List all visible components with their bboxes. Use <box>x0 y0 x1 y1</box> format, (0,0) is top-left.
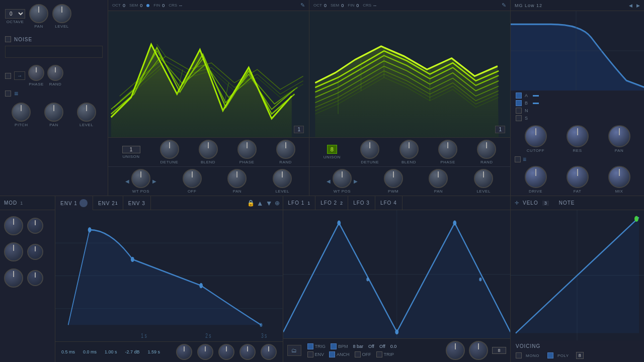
lfo-knob1[interactable] <box>446 341 465 360</box>
noise-bar <box>5 46 103 58</box>
osc2-edit-icon[interactable]: ✎ <box>502 2 506 9</box>
osc2-blend-knob[interactable] <box>399 140 419 159</box>
filter-arrow-next[interactable]: ▶ <box>636 3 640 8</box>
velo-graph-svg <box>511 210 644 340</box>
osc1-wt-right-arrow[interactable]: ▶ <box>152 178 156 184</box>
lfo-trip-checkbox[interactable] <box>376 351 382 357</box>
voicing-poly-checkbox[interactable] <box>547 352 553 358</box>
env1-knob4[interactable] <box>239 344 256 360</box>
eq-checkbox[interactable] <box>5 90 11 97</box>
filter-a-checkbox[interactable] <box>516 93 522 99</box>
level-label2: LEVEL <box>79 123 93 127</box>
filter-res-knob[interactable] <box>567 125 589 147</box>
osc2-pan2-knob[interactable] <box>429 169 448 188</box>
filter-arrow-prev[interactable]: ◀ <box>629 3 632 8</box>
lfo-bpm-checkbox[interactable] <box>331 343 337 349</box>
env-scroll-up[interactable]: ▲ <box>257 199 264 207</box>
osc1-unison-select[interactable]: 1 <box>122 146 140 153</box>
osc2-unison-display[interactable]: 8 <box>327 145 337 154</box>
filter-drive-knob[interactable] <box>525 166 547 188</box>
noise-checkbox[interactable] <box>5 36 11 42</box>
osc1-wtpos-knob-group: WT POS <box>131 169 150 194</box>
osc1-blend-knob[interactable] <box>199 140 218 159</box>
level-knob-group: LEVEL <box>52 4 71 29</box>
filter-pan-knob[interactable] <box>608 125 630 147</box>
env1-decay-val: 0.0 ms <box>83 349 97 354</box>
lfo-trig-checkbox[interactable] <box>307 343 313 349</box>
osc1-detune-knob[interactable] <box>160 140 179 159</box>
octave-select[interactable]: 0 <box>5 9 25 19</box>
osc1-off-knob[interactable] <box>183 169 202 188</box>
voicing-poly-num[interactable]: 8 <box>576 352 584 359</box>
env1-knob5[interactable] <box>261 344 277 360</box>
lfo-env-label: ENV <box>315 352 325 357</box>
osc2-crs-group: CRS -- <box>363 3 376 8</box>
filter-s-checkbox[interactable] <box>516 115 522 121</box>
filter-n-checkbox[interactable] <box>516 108 522 114</box>
filter-fat-knob[interactable] <box>567 166 589 188</box>
rand-knob[interactable] <box>47 65 63 81</box>
level-knob2[interactable] <box>77 103 96 122</box>
osc2-detune-knob[interactable] <box>360 140 379 159</box>
osc1-waveform: 1 <box>108 11 309 137</box>
phase-checkbox[interactable] <box>5 73 11 79</box>
mod-knob1-sub[interactable] <box>27 218 43 234</box>
osc1-phase-knob[interactable] <box>237 140 257 159</box>
eq-row: ≡ <box>0 88 108 99</box>
osc1-wtpos-knob[interactable] <box>131 169 150 188</box>
osc1-rand-knob[interactable] <box>276 140 295 159</box>
osc2-wtpos-knob[interactable] <box>333 169 352 188</box>
pitch-knob[interactable] <box>12 103 31 122</box>
osc2-rand-knob[interactable] <box>477 140 496 159</box>
lfo3-label: LFO 3 <box>353 200 370 206</box>
env1-knob2[interactable] <box>197 344 213 360</box>
env1-knob1[interactable] <box>176 344 192 360</box>
lfo-off-checkbox[interactable] <box>355 351 361 357</box>
mod-knob3-sub[interactable] <box>27 270 43 286</box>
osc2-level2-group: LEVEL <box>474 169 493 194</box>
env2-tab[interactable]: ENV 2 1 <box>93 196 123 210</box>
osc2-level2-knob[interactable] <box>474 169 493 188</box>
lfo1-tab[interactable]: LFO 1 1 <box>283 196 316 210</box>
mod-knob3[interactable] <box>4 268 23 288</box>
mod-knob2[interactable] <box>4 242 23 261</box>
lfo2-tab[interactable]: LFO 2 2 <box>315 196 348 210</box>
mod-knob2-sub[interactable] <box>27 244 43 260</box>
osc2-wt-right-arrow[interactable]: ▶ <box>354 178 358 184</box>
lfo-anch-checkbox[interactable] <box>329 351 335 357</box>
osc1-edit-icon[interactable]: ✎ <box>300 2 305 9</box>
pan-knob[interactable] <box>29 4 48 23</box>
voicing-mono-checkbox[interactable] <box>516 352 522 358</box>
filter-mix-knob[interactable] <box>608 166 630 188</box>
lfo-knob2[interactable] <box>469 341 488 360</box>
filter-n-label: N <box>525 108 528 113</box>
lfo3-tab[interactable]: LFO 3 <box>348 196 375 210</box>
env-zoom-icon[interactable]: ⊕ <box>275 200 280 207</box>
osc2-phase-knob[interactable] <box>438 140 457 159</box>
pan-knob2[interactable] <box>44 103 63 122</box>
pan-label: PAN <box>34 24 43 29</box>
osc2-pwm-knob[interactable] <box>384 169 403 188</box>
osc2-knobs-row1: 8 UNISON DETUNE BLEND PHASE RAND <box>309 137 510 167</box>
env1-knob3[interactable] <box>218 344 234 360</box>
env-lock-icon[interactable]: 🔒 <box>247 200 255 207</box>
level-knob[interactable] <box>52 4 71 23</box>
filter-cutoff-knob[interactable] <box>525 125 547 147</box>
lfo-spinner[interactable]: 8 <box>492 347 506 354</box>
env1-tab[interactable]: ENV 1 <box>55 196 93 210</box>
env-scroll-down[interactable]: ▼ <box>266 199 273 207</box>
phase-knob[interactable] <box>28 65 44 81</box>
arrow-button[interactable]: → <box>14 71 25 80</box>
lfo-folder-icon[interactable]: 🗂 <box>287 345 301 356</box>
lfo4-tab[interactable]: LFO 4 <box>375 196 403 210</box>
osc2-wt-left-arrow[interactable]: ◀ <box>327 178 331 184</box>
lfo-env-checkbox[interactable] <box>307 351 313 357</box>
osc1-wt-left-arrow[interactable]: ◀ <box>125 178 129 184</box>
mod-knob1[interactable] <box>4 216 23 235</box>
osc1-level2-knob[interactable] <box>273 169 292 188</box>
env3-tab[interactable]: ENV 3 <box>123 196 151 210</box>
filter-b-checkbox[interactable] <box>516 100 522 106</box>
osc1-pan2-knob[interactable] <box>227 169 247 188</box>
filter-eq-checkbox[interactable] <box>515 156 521 162</box>
osc1-blend-label: BLEND <box>201 160 215 164</box>
